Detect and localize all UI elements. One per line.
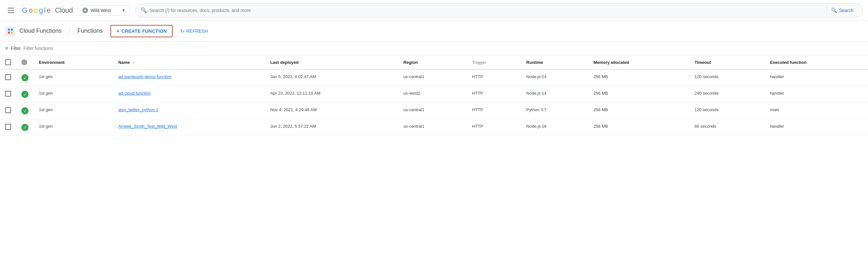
select-all-checkbox[interactable]: [5, 59, 11, 65]
row-last-deployed: Jan 5, 2022, 4:02:47 AM: [265, 69, 398, 86]
row-environment: 1st gen: [34, 119, 113, 136]
filter-input[interactable]: [23, 46, 80, 51]
row-status-cell: ✓: [16, 69, 34, 86]
svg-rect-3: [11, 31, 13, 33]
search-input[interactable]: [150, 8, 822, 13]
sort-arrow-icon: ↑: [132, 60, 134, 65]
row-memory: 256 MB: [588, 86, 689, 103]
status-ok-icon: ✓: [21, 74, 29, 81]
last-deployed-col-header: Last deployed: [265, 55, 398, 69]
memory-col-header: Memory allocated: [588, 55, 689, 69]
service-logo-area: Cloud Functions: [5, 26, 70, 36]
search-btn-icon: 🔍: [831, 7, 837, 13]
row-executed-function: handler: [765, 69, 868, 86]
create-function-button[interactable]: + CREATE FUNCTION: [111, 25, 173, 37]
function-link[interactable]: ad-cloud-function: [118, 91, 151, 96]
refresh-button[interactable]: ↻ REFRESH: [175, 26, 213, 36]
filter-bar: ≡ Filter: [0, 41, 868, 55]
status-header: [16, 55, 34, 69]
row-timeout: 120 seconds: [689, 69, 765, 86]
row-name[interactable]: ad-cloud-function: [113, 86, 265, 103]
row-name[interactable]: Ameek_Singh_Test_Wild_West: [113, 119, 265, 136]
row-trigger: HTTP: [467, 69, 521, 86]
service-icon: [5, 26, 16, 36]
functions-table-container: Environment Name ↑ Last deployed Region …: [0, 55, 868, 136]
functions-table: Environment Name ↑ Last deployed Region …: [0, 55, 868, 136]
row-environment: 1st gen: [34, 69, 113, 86]
row-name[interactable]: alsn_twitter_python-1: [113, 103, 265, 119]
row-memory: 256 MB: [588, 103, 689, 119]
row-trigger: HTTP: [467, 86, 521, 103]
row-checkbox[interactable]: [5, 124, 11, 130]
row-trigger: HTTP: [467, 103, 521, 119]
row-runtime: Node.js 14: [521, 86, 588, 103]
table-row: ✓ 1st gen ad-bamboohr-demo-function Jan …: [0, 69, 868, 86]
search-bar[interactable]: 🔍 🔍 Search: [135, 3, 863, 18]
trigger-col-header: Trigger: [467, 55, 521, 69]
plus-icon: +: [116, 28, 120, 34]
row-checkbox-cell[interactable]: [0, 69, 16, 86]
row-checkbox-cell[interactable]: [0, 103, 16, 119]
row-timeout: 240 seconds: [689, 86, 765, 103]
function-link[interactable]: alsn_twitter_python-1: [118, 107, 158, 112]
status-ok-icon: ✓: [21, 124, 29, 131]
row-memory: 256 MB: [588, 119, 689, 136]
page-title: Functions: [70, 28, 111, 34]
google-logo[interactable]: Google Cloud: [22, 6, 73, 15]
row-last-deployed: Jun 2, 2022, 5:37:22 AM: [265, 119, 398, 136]
timeout-col-header: Timeout: [689, 55, 765, 69]
region-col-header: Region: [398, 55, 467, 69]
row-runtime: Node.js 16: [521, 119, 588, 136]
row-checkbox[interactable]: [5, 74, 11, 80]
runtime-col-header: Runtime: [521, 55, 588, 69]
filter-label: Filter: [11, 46, 21, 51]
row-environment: 1st gen: [34, 103, 113, 119]
row-checkbox[interactable]: [5, 91, 11, 96]
row-executed-function: main: [765, 103, 868, 119]
row-name[interactable]: ad-bamboohr-demo-function: [113, 69, 265, 86]
table-row: ✓ 1st gen alsn_twitter_python-1 Nov 4, 2…: [0, 103, 868, 119]
project-icon: ●: [82, 7, 88, 13]
filter-icon: ≡: [5, 46, 8, 51]
table-row: ✓ 1st gen Ameek_Singh_Test_Wild_West Jun…: [0, 119, 868, 136]
row-region: us-central1: [398, 69, 467, 86]
row-runtime: Node.js 14: [521, 69, 588, 86]
function-link[interactable]: Ameek_Singh_Test_Wild_West: [118, 124, 177, 129]
svg-rect-1: [11, 29, 13, 30]
row-status-cell: ✓: [16, 119, 34, 136]
row-region: us-west2: [398, 86, 467, 103]
row-status-cell: ✓: [16, 86, 34, 103]
project-selector[interactable]: ● Wild West ▼: [78, 5, 130, 16]
row-runtime: Python 3.7: [521, 103, 588, 119]
row-timeout: 120 seconds: [689, 103, 765, 119]
row-environment: 1st gen: [34, 86, 113, 103]
search-icon: 🔍: [141, 7, 147, 13]
project-name: Wild West: [91, 8, 119, 13]
function-link[interactable]: ad-bamboohr-demo-function: [118, 74, 171, 79]
row-executed-function: handler: [765, 86, 868, 103]
row-timeout: 60 seconds: [689, 119, 765, 136]
top-navigation: Google Cloud ● Wild West ▼ 🔍 🔍 Search: [0, 0, 868, 21]
hamburger-menu[interactable]: [5, 5, 17, 16]
row-memory: 256 MB: [588, 69, 689, 86]
svg-rect-2: [8, 31, 10, 33]
row-trigger: HTTP: [467, 119, 521, 136]
row-checkbox-cell[interactable]: [0, 86, 16, 103]
row-checkbox-cell[interactable]: [0, 119, 16, 136]
row-last-deployed: Apr 23, 2022, 12:11:10 AM: [265, 86, 398, 103]
row-checkbox[interactable]: [5, 107, 11, 113]
svg-rect-0: [8, 29, 10, 30]
row-executed-function: handler: [765, 119, 868, 136]
executed-function-col-header: Executed function: [765, 55, 868, 69]
table-header-row: Environment Name ↑ Last deployed Region …: [0, 55, 868, 69]
search-button[interactable]: 🔍 Search: [827, 5, 857, 15]
service-name: Cloud Functions: [20, 28, 62, 34]
row-region: us-central1: [398, 119, 467, 136]
environment-col-header: Environment: [34, 55, 113, 69]
row-last-deployed: Nov 4, 2021, 4:29:48 AM: [265, 103, 398, 119]
status-ok-icon: ✓: [21, 91, 29, 98]
select-all-header[interactable]: [0, 55, 16, 69]
secondary-navigation: Cloud Functions Functions + CREATE FUNCT…: [0, 21, 868, 41]
name-col-header[interactable]: Name ↑: [113, 55, 265, 69]
status-ok-icon: ✓: [21, 107, 29, 114]
